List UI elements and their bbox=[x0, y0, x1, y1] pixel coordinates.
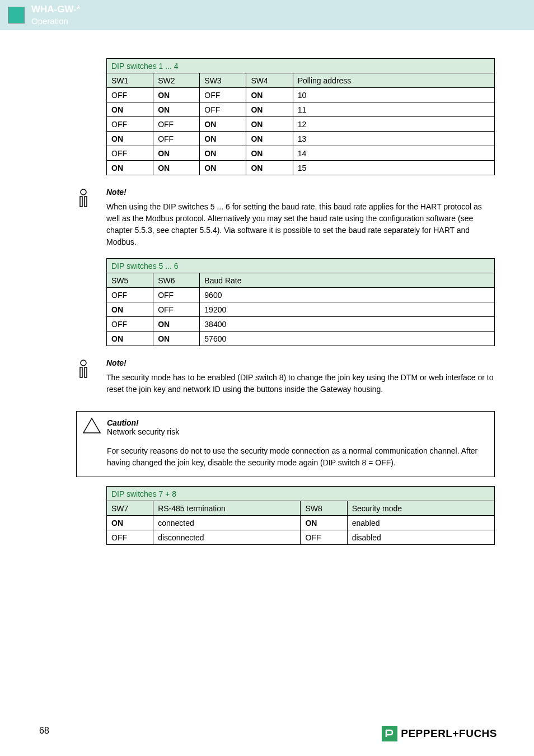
note1-title: Note! bbox=[106, 188, 495, 197]
table-cell: ON bbox=[153, 161, 200, 175]
table-cell: OFF bbox=[107, 146, 153, 161]
table-cell: OFF bbox=[107, 317, 153, 332]
table-cell: 38400 bbox=[200, 317, 495, 332]
note2-body: The security mode has to be enabled (DIP… bbox=[106, 372, 495, 395]
table3-h0: SW7 bbox=[107, 501, 153, 516]
table-cell: ON bbox=[246, 161, 293, 175]
caution-triangle-icon bbox=[82, 417, 101, 434]
header-text: WHA-GW-* Operation bbox=[31, 3, 80, 27]
table-cell: ON bbox=[153, 102, 200, 117]
dip-table-1-4: DIP switches 1 ... 4 SW1 SW2 SW3 SW4 Pol… bbox=[106, 58, 495, 175]
table-cell: OFF bbox=[153, 132, 200, 146]
table-cell: disconnected bbox=[153, 530, 301, 545]
table1-h0: SW1 bbox=[107, 73, 153, 88]
table-cell: ON bbox=[246, 132, 293, 146]
svg-rect-1 bbox=[80, 197, 82, 207]
table-cell: ON bbox=[153, 332, 200, 346]
table-cell: ON bbox=[200, 161, 246, 175]
table-cell: 13 bbox=[293, 132, 494, 146]
svg-rect-5 bbox=[85, 367, 87, 377]
table-cell: enabled bbox=[347, 516, 494, 530]
note-icon bbox=[76, 189, 91, 209]
table-cell: ON bbox=[200, 117, 246, 132]
table-cell: ON bbox=[246, 102, 293, 117]
brand-mark-icon bbox=[382, 726, 397, 741]
table-cell: 15 bbox=[293, 161, 494, 175]
dip-table-7-8: DIP switches 7 + 8 SW7 RS-485 terminatio… bbox=[106, 486, 495, 545]
table3-caption: DIP switches 7 + 8 bbox=[107, 487, 495, 501]
table-cell: ON bbox=[246, 88, 293, 102]
table-cell: OFF bbox=[107, 288, 153, 302]
table2-h2: Baud Rate bbox=[200, 273, 495, 288]
header-box-icon bbox=[8, 7, 25, 24]
table1-h3: SW4 bbox=[246, 73, 293, 88]
caution-subtitle: Network security risk bbox=[107, 427, 488, 436]
table2-h1: SW6 bbox=[153, 273, 200, 288]
table-cell: OFF bbox=[153, 288, 200, 302]
header-tab: WHA-GW-* Operation bbox=[0, 0, 86, 30]
svg-point-3 bbox=[81, 360, 86, 366]
table-cell: ON bbox=[153, 146, 200, 161]
table-cell: OFF bbox=[153, 117, 200, 132]
table-cell: ON bbox=[246, 146, 293, 161]
svg-point-0 bbox=[81, 189, 86, 195]
table-cell: 11 bbox=[293, 102, 494, 117]
page-number: 68 bbox=[39, 726, 49, 736]
table-cell: OFF bbox=[107, 88, 153, 102]
table2-caption: DIP switches 5 ... 6 bbox=[107, 259, 495, 273]
table-cell: OFF bbox=[301, 530, 347, 545]
table-cell: OFF bbox=[107, 530, 153, 545]
note-2: Note! The security mode has to be enable… bbox=[106, 358, 495, 395]
table-cell: OFF bbox=[107, 117, 153, 132]
table-cell: ON bbox=[246, 117, 293, 132]
table-cell: ON bbox=[153, 88, 200, 102]
table3-h1: RS-485 termination bbox=[153, 501, 301, 516]
header-strip bbox=[86, 0, 534, 30]
table-cell: 14 bbox=[293, 146, 494, 161]
table-cell: 9600 bbox=[200, 288, 495, 302]
table-cell: ON bbox=[107, 161, 153, 175]
svg-marker-6 bbox=[83, 418, 100, 433]
note-icon bbox=[76, 360, 91, 380]
table1-h2: SW3 bbox=[200, 73, 246, 88]
table-cell: OFF bbox=[200, 102, 246, 117]
table1-h4: Polling address bbox=[293, 73, 494, 88]
brand-logo: PEPPERL+FUCHS bbox=[382, 726, 497, 741]
dip-table-5-6: DIP switches 5 ... 6 SW5 SW6 Baud Rate O… bbox=[106, 258, 495, 346]
note2-title: Note! bbox=[106, 358, 495, 367]
table2-h0: SW5 bbox=[107, 273, 153, 288]
table-cell: ON bbox=[107, 302, 153, 317]
table-cell: ON bbox=[107, 102, 153, 117]
table-cell: ON bbox=[301, 516, 347, 530]
page-content: DIP switches 1 ... 4 SW1 SW2 SW3 SW4 Pol… bbox=[0, 30, 534, 545]
table1-h1: SW2 bbox=[153, 73, 200, 88]
page-header: WHA-GW-* Operation bbox=[0, 0, 534, 30]
header-subtitle: Operation bbox=[31, 16, 80, 27]
table-cell: ON bbox=[200, 146, 246, 161]
table-cell: ON bbox=[107, 332, 153, 346]
table-cell: ON bbox=[153, 317, 200, 332]
note1-body: When using the DIP switches 5 ... 6 for … bbox=[106, 201, 495, 248]
caution-block: Caution! Network security risk For secur… bbox=[76, 411, 495, 477]
header-title: WHA-GW-* bbox=[31, 3, 80, 16]
svg-rect-4 bbox=[80, 367, 82, 377]
table3-h2: SW8 bbox=[301, 501, 347, 516]
table-cell: OFF bbox=[200, 88, 246, 102]
caution-body: For security reasons do not to use the s… bbox=[107, 445, 488, 469]
table-cell: 10 bbox=[293, 88, 494, 102]
svg-rect-2 bbox=[85, 197, 87, 207]
table-cell: ON bbox=[107, 516, 153, 530]
table-cell: disabled bbox=[347, 530, 494, 545]
table-cell: 57600 bbox=[200, 332, 495, 346]
brand-name: PEPPERL+FUCHS bbox=[401, 727, 497, 740]
table-cell: ON bbox=[200, 132, 246, 146]
table-cell: connected bbox=[153, 516, 301, 530]
table1-caption: DIP switches 1 ... 4 bbox=[107, 59, 495, 73]
table-cell: ON bbox=[107, 132, 153, 146]
table3-h3: Security mode bbox=[347, 501, 494, 516]
table-cell: 19200 bbox=[200, 302, 495, 317]
caution-title: Caution! bbox=[107, 418, 488, 427]
note-1: Note! When using the DIP switches 5 ... … bbox=[106, 188, 495, 248]
table-cell: OFF bbox=[153, 302, 200, 317]
table-cell: 12 bbox=[293, 117, 494, 132]
